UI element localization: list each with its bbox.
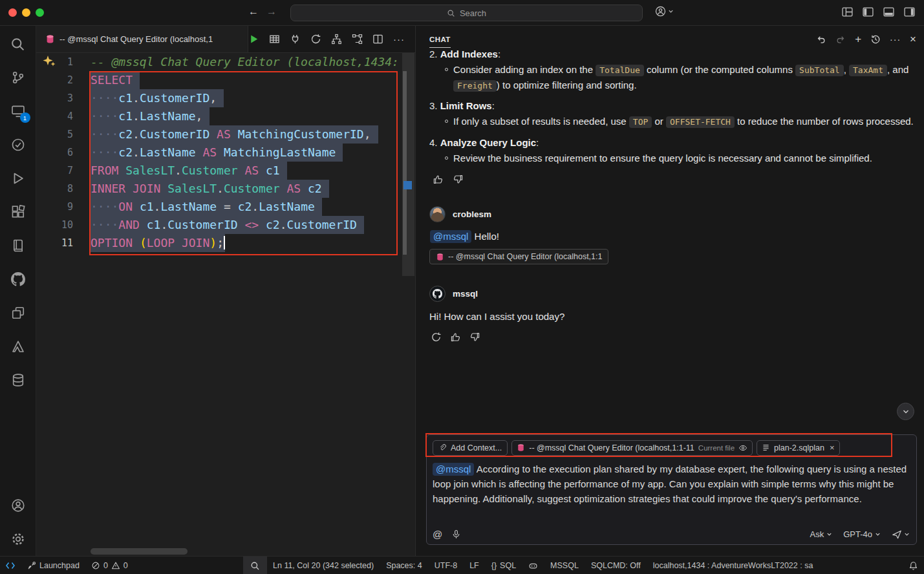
- chat-input-box[interactable]: Add Context... -- @mssql Chat Query Edit…: [426, 434, 917, 545]
- inline-code-chip: Freight: [453, 80, 497, 92]
- results-grid-icon[interactable]: [269, 34, 280, 45]
- code-line[interactable]: 4····c1.LastName,: [36, 107, 415, 125]
- sidebar-item-azure[interactable]: [0, 330, 36, 363]
- forward-button[interactable]: →: [266, 6, 277, 17]
- change-connection-icon[interactable]: [310, 34, 321, 45]
- undo-icon[interactable]: [816, 34, 826, 45]
- sidebar-item-mssql[interactable]: [0, 363, 36, 397]
- command-center-search[interactable]: Search: [290, 5, 643, 21]
- eye-icon[interactable]: [738, 443, 747, 452]
- run-query-button[interactable]: [248, 34, 259, 45]
- code-line[interactable]: 7FROM SalesLT.Customer AS c1: [36, 162, 415, 180]
- extensions-icon: [11, 205, 25, 219]
- more-actions-button[interactable]: ···: [393, 34, 405, 45]
- code-line[interactable]: 1-- @mssql Chat Query Editor (localhost,…: [36, 53, 415, 71]
- remove-context-button[interactable]: ×: [830, 443, 835, 452]
- scrollbar-thumb-horizontal[interactable]: [91, 548, 188, 555]
- close-panel-button[interactable]: ×: [910, 34, 916, 45]
- sidebar-item-remote-explorer[interactable]: 1: [0, 94, 36, 128]
- copilot-sparkle-icon[interactable]: [41, 54, 58, 70]
- redo-icon[interactable]: [835, 34, 846, 45]
- sidebar-item-containers[interactable]: [0, 296, 36, 330]
- sqlcmd-status[interactable]: SQLCMD: Off: [591, 557, 641, 574]
- context-file-label: -- @mssql Chat Query Editor (localhost,1…: [529, 443, 694, 452]
- code-line[interactable]: 3····c1.CustomerID,: [36, 89, 415, 107]
- mode-dropdown[interactable]: Ask: [810, 529, 833, 539]
- chat-panel-title[interactable]: CHAT: [429, 36, 451, 43]
- selection-highlight: ····c1.CustomerID,: [91, 89, 224, 107]
- send-button[interactable]: [892, 529, 910, 540]
- eol-status[interactable]: LF: [469, 557, 479, 574]
- code-line[interactable]: 8INNER JOIN SalesLT.Customer AS c2: [36, 180, 415, 198]
- context-pill-plan[interactable]: plan-2.sqlplan ×: [757, 440, 839, 456]
- thumbs-up-icon[interactable]: [450, 332, 461, 343]
- connection-status[interactable]: localhost,1434 : AdventureWorksLT2022 : …: [653, 557, 813, 574]
- thumbs-down-icon[interactable]: [469, 332, 480, 343]
- toggle-secondary-sidebar-icon[interactable]: [904, 7, 915, 17]
- rerun-icon[interactable]: [431, 332, 442, 343]
- list-sub-bullet: Consider adding an index on the TotalDue…: [429, 63, 915, 93]
- accounts-button[interactable]: [0, 489, 36, 522]
- code-line[interactable]: 10····AND c1.CustomerID <> c2.CustomerID: [36, 216, 415, 234]
- scroll-to-bottom-button[interactable]: [897, 403, 914, 420]
- message-attachment[interactable]: -- @mssql Chat Query Editor (localhost,1…: [429, 249, 608, 264]
- launchpad-button[interactable]: Launchpad: [27, 557, 80, 574]
- database-icon: [436, 253, 444, 261]
- thumbs-up-icon[interactable]: [433, 174, 444, 185]
- split-editor-icon[interactable]: [372, 34, 383, 45]
- copilot-status[interactable]: [528, 557, 538, 574]
- code-editor[interactable]: 1-- @mssql Chat Query Editor (localhost,…: [36, 53, 415, 556]
- sidebar-item-source-control[interactable]: [0, 61, 36, 94]
- notifications-button[interactable]: [908, 557, 918, 574]
- microphone-icon[interactable]: [451, 529, 461, 539]
- zoom-button[interactable]: [243, 557, 267, 574]
- sidebar-item-extensions[interactable]: [0, 195, 36, 229]
- context-pill-file[interactable]: -- @mssql Chat Query Editor (localhost,1…: [511, 440, 753, 456]
- new-chat-button[interactable]: +: [855, 34, 861, 45]
- sidebar-item-testing[interactable]: [0, 128, 36, 162]
- settings-button[interactable]: [0, 522, 36, 556]
- mssql-status[interactable]: MSSQL: [550, 557, 579, 574]
- remote-indicator[interactable]: [5, 557, 16, 574]
- add-context-button[interactable]: Add Context...: [433, 440, 508, 456]
- window-controls[interactable]: [8, 8, 44, 17]
- code-line[interactable]: 5····c2.CustomerID AS MatchingCustomerID…: [36, 125, 415, 144]
- more-actions-button[interactable]: ···: [890, 34, 901, 45]
- minimize-window-button[interactable]: [22, 8, 30, 17]
- maximize-window-button[interactable]: [36, 8, 44, 17]
- code-lines[interactable]: 1-- @mssql Chat Query Editor (localhost,…: [36, 53, 415, 252]
- database-icon: [11, 373, 25, 387]
- line-number: 3: [36, 89, 91, 107]
- estimated-plan-icon[interactable]: [352, 34, 363, 45]
- customize-layout-icon[interactable]: [842, 7, 853, 17]
- selection-highlight: OPTION (LOOP JOIN);: [91, 234, 225, 252]
- close-window-button[interactable]: [8, 8, 17, 17]
- account-menu[interactable]: [655, 6, 674, 17]
- history-icon[interactable]: [870, 34, 881, 45]
- disconnect-icon[interactable]: [290, 34, 301, 45]
- sidebar-item-run-debug[interactable]: [0, 162, 36, 195]
- code-line[interactable]: 6····c2.LastName AS MatchingLastName: [36, 144, 415, 162]
- sidebar-item-github[interactable]: [0, 262, 36, 296]
- back-button[interactable]: ←: [248, 6, 259, 17]
- mention-button[interactable]: @: [433, 529, 442, 540]
- code-line[interactable]: 2SELECT: [36, 71, 415, 89]
- error-icon: [91, 561, 100, 570]
- indentation-status[interactable]: Spaces: 4: [386, 557, 422, 574]
- model-dropdown[interactable]: GPT-4o: [843, 529, 881, 539]
- tab-query-editor[interactable]: -- @mssql Chat Query Editor (localhost,1: [36, 26, 248, 52]
- encoding-status[interactable]: UTF-8: [435, 557, 457, 574]
- code-line[interactable]: 11OPTION (LOOP JOIN);: [36, 234, 415, 252]
- code-line[interactable]: 9····ON c1.LastName = c2.LastName: [36, 198, 415, 216]
- sidebar-item-docs[interactable]: [0, 229, 36, 262]
- parse-schema-icon[interactable]: [331, 34, 342, 45]
- inline-code-chip: SubTotal: [795, 65, 844, 76]
- sidebar-item-search[interactable]: [0, 27, 36, 61]
- language-mode[interactable]: {} SQL: [491, 557, 516, 574]
- toggle-panel-icon[interactable]: [883, 7, 894, 17]
- problems-button[interactable]: 0 0: [91, 557, 128, 574]
- chat-input-text[interactable]: @mssql According to the execution plan s…: [433, 462, 910, 506]
- thumbs-down-icon[interactable]: [453, 174, 464, 185]
- cursor-position[interactable]: Ln 11, Col 20 (342 selected): [273, 557, 374, 574]
- toggle-primary-sidebar-icon[interactable]: [863, 7, 874, 17]
